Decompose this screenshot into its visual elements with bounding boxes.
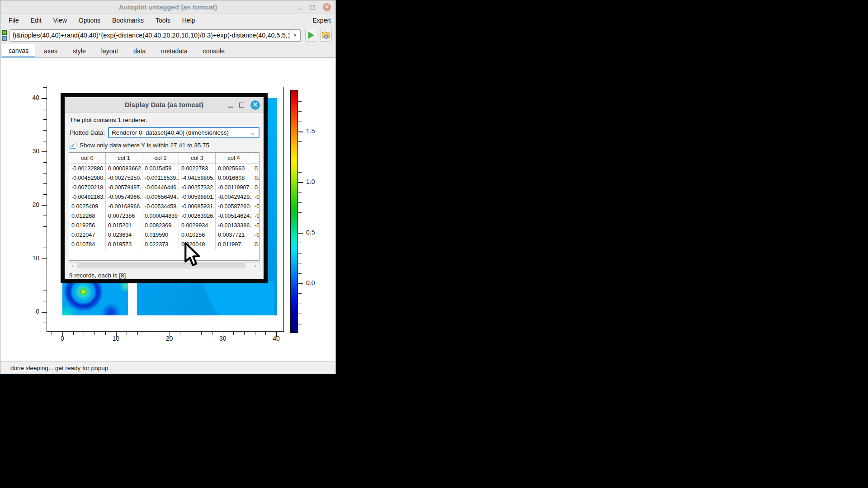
menu-item-help[interactable]: Help [182, 17, 195, 24]
table-cell: -0.00275250... [106, 174, 142, 183]
renderer-count-text: The plot contains 1 renderer. [70, 117, 259, 123]
y-tick [43, 280, 47, 280]
table-row[interactable]: 0.0107840.0195730.0223730.0200490.011997… [69, 240, 259, 249]
tab-metadata[interactable]: metadata [155, 45, 193, 57]
table-cell: 0.021047 [69, 230, 106, 240]
uri-combobox[interactable]: l)&ripples(40,40)+rand(40,40)*(exp(-dist… [9, 29, 301, 42]
colorbar-tick [298, 273, 302, 274]
menu-bar: FileEditViewOptionsBookmarksToolsHelp Ex… [0, 14, 335, 27]
column-header[interactable] [252, 153, 259, 164]
table-cell: -0.00119907... [216, 183, 252, 192]
colorbar-tick-label: 0.5 [306, 229, 324, 236]
column-header[interactable]: col 2 [142, 153, 179, 164]
window-title-bar[interactable]: Autoplot untagged (as tomcat) ✕ [0, 0, 335, 14]
scrollbar-track[interactable] [76, 263, 252, 269]
colorbar-tick [298, 111, 302, 112]
data-inspect-button[interactable] [320, 29, 332, 42]
table-cell: 0.0015459 [142, 164, 179, 174]
x-tick-label: 10 [107, 335, 125, 342]
table-cell: 0.019256 [69, 221, 106, 230]
column-header[interactable]: col 3 [179, 153, 216, 164]
table-cell: 0.0025409 [69, 202, 106, 211]
tab-axes[interactable]: axes [38, 45, 64, 57]
table-cell: 0.012268 [69, 211, 106, 221]
scroll-right-icon[interactable]: › [252, 263, 259, 269]
column-header[interactable]: col 1 [106, 153, 142, 164]
filter-checkbox[interactable]: ✓ [70, 142, 76, 149]
tab-console[interactable]: console [197, 45, 231, 57]
dialog-title: Display Data (as tomcat) [125, 101, 203, 108]
table-cell: 0.0016608 [216, 174, 252, 183]
table-cell: -0.00587260... [216, 202, 252, 211]
expert-mode-label[interactable]: Expert [313, 17, 331, 24]
y-tick [43, 269, 47, 269]
table-cell: -0.00700218... [69, 183, 106, 192]
window-close-icon[interactable]: ✕ [323, 3, 331, 11]
table-cell: -0.0 [252, 202, 259, 211]
tab-canvas[interactable]: canvas [2, 44, 35, 58]
dialog-title-bar[interactable]: Display Data (as tomcat) ✕ [65, 97, 264, 113]
plotted-data-value: Renderer 0: dataset[40,40] (dimensionles… [109, 129, 247, 136]
dialog-maximize-icon[interactable] [239, 103, 244, 108]
uri-dropdown-icon[interactable]: ▾ [289, 30, 300, 41]
column-header[interactable]: col 0 [69, 153, 106, 164]
tab-data[interactable]: data [127, 45, 152, 57]
table-row[interactable]: -0.00132880...0.0000836620.00154590.0022… [69, 164, 259, 174]
window-minimize-icon[interactable] [297, 9, 302, 9]
menu-item-edit[interactable]: Edit [31, 17, 42, 24]
table-cell: 0.00 [252, 183, 259, 192]
table-cell: 0.010256 [179, 230, 216, 240]
menu-item-file[interactable]: File [9, 17, 19, 24]
colorbar-tick [298, 223, 302, 223]
table-cell: -0.00263926... [179, 211, 216, 221]
menu-item-view[interactable]: View [53, 17, 67, 24]
uri-input[interactable]: l)&ripples(40,40)+rand(40,40)*(exp(-dist… [10, 32, 289, 39]
blue-status-icon [2, 36, 7, 41]
table-cell: 0.023634 [106, 230, 142, 240]
dialog-minimize-icon[interactable] [228, 107, 233, 108]
table-row[interactable]: 0.0192560.0152010.00823690.0029934-0.001… [69, 221, 259, 230]
colorbar-tick [298, 283, 303, 284]
menu-item-options[interactable]: Options [79, 17, 100, 24]
scrollbar-thumb[interactable] [77, 263, 245, 268]
table-cell: 0.00 [252, 174, 259, 183]
table-row[interactable]: -0.00452980...-0.00275250...-0.00118539.… [69, 174, 259, 183]
plotted-data-combobox[interactable]: Renderer 0: dataset[40,40] (dimensionles… [108, 127, 259, 138]
colorbar-tick [298, 263, 302, 263]
y-tick [43, 301, 47, 301]
column-header[interactable]: col 4 [216, 153, 252, 164]
menu-item-tools[interactable]: Tools [156, 17, 170, 24]
table-cell: -0.00514624... [216, 211, 252, 221]
menu-item-bookmarks[interactable]: Bookmarks [112, 17, 144, 24]
table-cell: 0.000083662 [106, 164, 142, 174]
table-cell: -0.00598801... [179, 192, 216, 202]
table-row[interactable]: 0.0025409-0.00168966...-0.00534458...-0.… [69, 202, 259, 211]
tab-style[interactable]: style [66, 45, 92, 57]
table-row[interactable]: -0.00492163...-0.00574966...-0.00656494.… [69, 192, 259, 202]
window-title: Autoplot untagged (as tomcat) [119, 3, 217, 11]
table-row[interactable]: 0.0210470.0236340.0195900.0102560.003772… [69, 230, 259, 240]
tab-layout[interactable]: layout [95, 45, 124, 57]
table-cell: 0.019573 [106, 240, 142, 249]
table-cell: 0.0025660 [216, 164, 252, 174]
plot-go-button[interactable] [305, 29, 317, 42]
table-horizontal-scrollbar[interactable]: ‹ › [69, 262, 259, 269]
table-row[interactable]: -0.00700218...-0.00578497...-0.00446446.… [69, 183, 259, 192]
chevron-down-icon[interactable]: ⌄ [247, 130, 259, 136]
play-icon [308, 32, 314, 39]
colorbar-tick [298, 324, 302, 324]
colorbar-tick [298, 202, 302, 203]
heatmap-ripple-region [62, 282, 128, 315]
y-tick-label: 0 [24, 308, 39, 315]
table-cell: 0.0029934 [179, 221, 216, 230]
scroll-left-icon[interactable]: ‹ [69, 263, 76, 269]
x-tick-label: 20 [160, 335, 179, 342]
y-tick [42, 258, 47, 259]
x-tick [159, 332, 159, 335]
window-maximize-icon[interactable] [310, 5, 315, 10]
table-row[interactable]: 0.0122680.00723860.000044839-0.00263926.… [69, 211, 259, 221]
data-table[interactable]: col 0col 1col 2col 3col 4-0.00132880...0… [69, 152, 259, 261]
y-tick [43, 226, 47, 227]
dialog-close-icon[interactable]: ✕ [250, 100, 260, 110]
x-tick-label: 40 [267, 335, 285, 342]
